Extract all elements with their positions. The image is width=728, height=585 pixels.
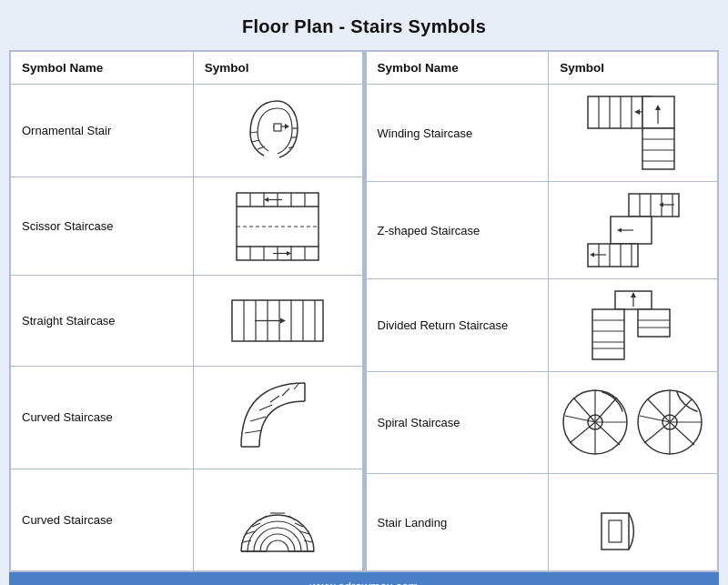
svg-line-45 — [294, 384, 298, 389]
svg-line-41 — [250, 417, 266, 421]
stair-name: Z-shaped Staircase — [366, 182, 549, 279]
svg-line-43 — [270, 396, 279, 402]
stair-symbol — [193, 469, 362, 570]
stair-name: Curved Staircase — [11, 367, 194, 469]
left-table: Symbol Name Symbol Ornamental Stair — [10, 51, 363, 571]
stair-name: Straight Staircase — [11, 275, 194, 366]
stair-name: Divided Return Staircase — [366, 279, 549, 372]
stair-symbol — [549, 85, 718, 182]
right-table: Symbol Name Symbol Winding Staircase — [366, 51, 719, 571]
stair-name: Ornamental Stair — [11, 85, 194, 177]
svg-line-49 — [243, 540, 251, 542]
table-row: Z-shaped Staircase — [366, 182, 718, 279]
main-container: Symbol Name Symbol Ornamental Stair — [9, 50, 719, 572]
svg-line-52 — [259, 516, 267, 520]
stair-name: Scissor Staircase — [11, 177, 194, 275]
stair-name: Spiral Staircase — [366, 372, 549, 474]
svg-rect-93 — [592, 309, 624, 359]
svg-line-42 — [259, 405, 272, 410]
table-row: Ornamental Stair — [11, 85, 363, 177]
table-row: Spiral Staircase — [366, 372, 718, 474]
footer: www.edrawmax.com — [9, 572, 719, 585]
svg-line-40 — [245, 430, 262, 433]
svg-line-53 — [304, 540, 312, 542]
table-row: Curved Staircase — [11, 367, 363, 469]
table-row: Scissor Staircase — [11, 177, 363, 275]
table-row: Stair Landing — [366, 474, 718, 571]
table-row: Curved Staircase — [11, 469, 363, 570]
left-col1-header: Symbol Name — [11, 52, 194, 85]
stair-symbol — [193, 85, 362, 177]
stair-symbol — [193, 177, 362, 275]
stair-symbol — [193, 367, 362, 469]
right-col2-header: Symbol — [549, 52, 718, 85]
page-title: Floor Plan - Stairs Symbols — [242, 16, 486, 37]
svg-rect-98 — [638, 309, 670, 337]
svg-rect-69 — [642, 128, 674, 169]
svg-rect-123 — [609, 520, 622, 542]
stair-name: Curved Staircase — [11, 469, 194, 570]
stair-symbol — [549, 182, 718, 279]
stair-symbol — [193, 275, 362, 366]
svg-marker-7 — [285, 124, 289, 129]
svg-rect-8 — [274, 124, 281, 131]
stair-symbol — [549, 474, 718, 571]
table-row: Winding Staircase — [366, 85, 718, 182]
svg-line-56 — [288, 516, 296, 520]
stair-name: Winding Staircase — [366, 85, 549, 182]
stair-symbol — [549, 372, 718, 474]
left-col2-header: Symbol — [193, 52, 362, 85]
table-row: Straight Staircase — [11, 275, 363, 366]
stair-symbol — [549, 279, 718, 372]
right-col1-header: Symbol Name — [366, 52, 549, 85]
svg-line-1 — [252, 140, 259, 142]
table-row: Divided Return Staircase — [366, 279, 718, 372]
svg-line-0 — [250, 132, 258, 133]
stair-name: Stair Landing — [366, 474, 549, 571]
svg-line-44 — [282, 388, 289, 396]
